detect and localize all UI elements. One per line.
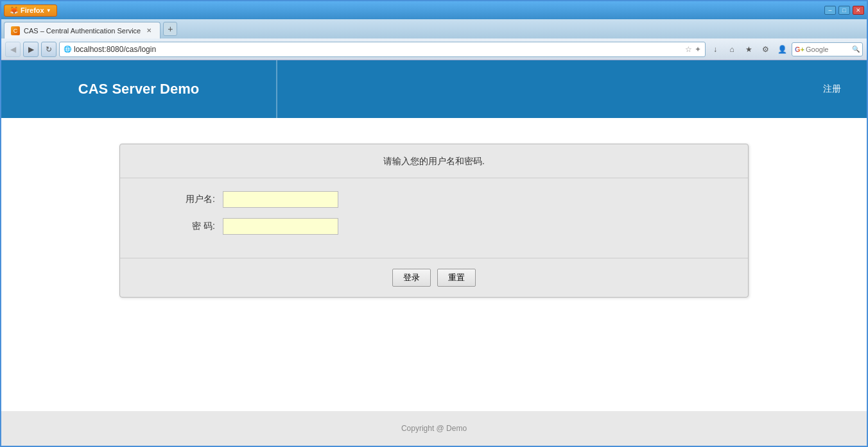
reload-button[interactable]: ↻ (41, 42, 56, 57)
address-lock-icon: 🌐 (64, 46, 71, 53)
username-input[interactable] (223, 191, 338, 208)
account-icon[interactable]: 👤 (775, 42, 789, 56)
tab-title: CAS – Central Authentication Service (24, 27, 141, 35)
username-row: 用户名: (146, 191, 722, 208)
forward-button[interactable]: ▶ (23, 42, 39, 57)
search-submit-icon[interactable]: 🔍 (852, 46, 860, 53)
main-content: 请输入您的用户名和密码. 用户名: 密 码: (1, 118, 867, 446)
copyright-text: Copyright @ Demo (401, 424, 467, 433)
cas-header-title-area: CAS Server Demo (1, 60, 277, 118)
nav-right-controls: ↓ ⌂ ★ ⚙ 👤 G+ 🔍 (708, 42, 863, 56)
username-label: 用户名: (146, 194, 223, 205)
tab-favicon: C (11, 26, 20, 35)
url-text: localhost:8080/cas/login (74, 45, 682, 54)
bookmark-list-icon[interactable]: ★ (742, 42, 756, 56)
download-icon[interactable]: ↓ (708, 42, 722, 56)
firefox-menu-button[interactable]: 🦊 Firefox ▼ (4, 4, 57, 17)
title-bar-left: 🦊 Firefox ▼ (4, 4, 57, 17)
password-input[interactable] (223, 218, 338, 235)
address-bar[interactable]: 🌐 localhost:8080/cas/login ☆ ✦ (59, 42, 706, 57)
register-link[interactable]: 注册 (823, 83, 841, 95)
cas-server-title: CAS Server Demo (78, 81, 199, 97)
cas-header: CAS Server Demo 注册 (1, 60, 867, 118)
search-box[interactable]: G+ 🔍 (792, 42, 863, 56)
minimize-button[interactable]: – (824, 6, 836, 15)
bookmark-icon[interactable]: ☆ (685, 45, 692, 54)
password-label: 密 码: (146, 221, 223, 232)
firefox-logo: 🦊 (10, 6, 19, 15)
password-row: 密 码: (146, 218, 722, 235)
cas-header-nav: 注册 (277, 60, 867, 118)
login-prompt: 请输入您的用户名和密码. (120, 144, 748, 178)
new-tab-button[interactable]: + (163, 22, 177, 36)
page-content: CAS Server Demo 注册 请输入您的用户名和密码. 用户名: (1, 60, 867, 446)
settings-icon[interactable]: ⚙ (758, 42, 772, 56)
login-box: 请输入您的用户名和密码. 用户名: 密 码: (119, 144, 749, 298)
firefox-label: Firefox (21, 6, 44, 14)
firefox-dropdown-arrow: ▼ (46, 8, 51, 13)
page-footer: Copyright @ Demo (1, 411, 867, 446)
reset-button[interactable]: 重置 (437, 269, 476, 287)
close-button[interactable]: ✕ (853, 6, 864, 15)
tab-close-button[interactable]: ✕ (144, 26, 153, 35)
form-area: 用户名: 密 码: (120, 178, 748, 258)
active-tab[interactable]: C CAS – Central Authentication Service ✕ (4, 22, 161, 38)
title-bar: 🦊 Firefox ▼ – □ ✕ (1, 1, 867, 19)
content-area: 请输入您的用户名和密码. 用户名: 密 码: (1, 118, 867, 411)
window-controls: – □ ✕ (824, 6, 864, 15)
back-button[interactable]: ◀ (5, 42, 21, 57)
rss-icon[interactable]: ✦ (695, 45, 701, 54)
button-area: 登录 重置 (120, 258, 748, 297)
search-input[interactable] (806, 46, 851, 53)
tab-bar: C CAS – Central Authentication Service ✕… (1, 19, 867, 38)
home-icon[interactable]: ⌂ (725, 42, 739, 56)
login-box-wrapper: 请输入您的用户名和密码. 用户名: 密 码: (1, 118, 867, 323)
navigation-bar: ◀ ▶ ↻ 🌐 localhost:8080/cas/login ☆ ✦ ↓ ⌂… (1, 38, 867, 60)
google-logo: G+ (795, 46, 804, 53)
maximize-button[interactable]: □ (838, 6, 850, 15)
login-button[interactable]: 登录 (392, 269, 431, 287)
